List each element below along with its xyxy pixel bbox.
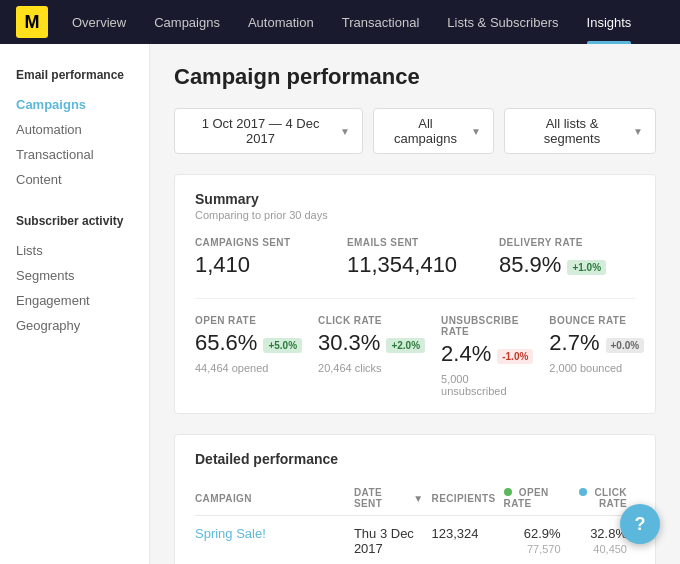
metric-click-rate-value-row: 30.3% +2.0% [318,330,425,360]
metric-delivery-rate-value: 85.9% [499,252,561,278]
metric-open-rate-label: OPEN RATE [195,315,302,326]
metric-bounce-rate-sub: 2,000 bounced [549,362,644,374]
metric-click-rate: CLICK RATE 30.3% +2.0% 20,464 clicks [318,315,425,397]
metric-unsubscribe-rate-sub: 5,000 unsubscribed [441,373,533,397]
metric-campaigns-sent: CAMPAIGNS SENT 1,410 [195,237,331,282]
bounce-rate-badge: +0.0% [606,338,645,353]
nav-lists-subscribers[interactable]: Lists & Subscribers [435,0,570,44]
logo: M [16,6,48,38]
sidebar: Email performance Campaigns Automation T… [0,44,150,564]
filters-row: 1 Oct 2017 — 4 Dec 2017 ▼ All campaigns … [174,108,656,154]
metric-delivery-rate: DELIVERY RATE 85.9% +1.0% [499,237,635,282]
nav-transactional[interactable]: Transactional [330,0,432,44]
sidebar-item-campaigns[interactable]: Campaigns [16,92,133,117]
campaign-filter[interactable]: All campaigns ▼ [373,108,494,154]
date-range-filter[interactable]: 1 Oct 2017 — 4 Dec 2017 ▼ [174,108,363,154]
metric-campaigns-sent-value: 1,410 [195,252,250,278]
nav-automation[interactable]: Automation [236,0,326,44]
metric-unsubscribe-rate-value-row: 2.4% -1.0% [441,341,533,371]
date-range-value: 1 Oct 2017 — 4 Dec 2017 [187,116,334,146]
open-rate-cell: 62.9%77,570 [504,516,569,565]
col-date-sent[interactable]: DATE SENT ▼ [354,481,432,516]
list-filter[interactable]: All lists & segments ▼ [504,108,656,154]
logo-letter: M [25,13,40,31]
campaign-filter-value: All campaigns [386,116,465,146]
sort-arrow-icon: ▼ [413,493,423,504]
col-campaign: CAMPAIGN [195,481,354,516]
metric-unsubscribe-rate: UNSUBSCRIBE RATE 2.4% -1.0% 5,000 unsubs… [441,315,533,397]
metric-bounce-rate: BOUNCE RATE 2.7% +0.0% 2,000 bounced [549,315,644,397]
click-rate-dot [579,488,587,496]
metric-bounce-rate-value: 2.7% [549,330,599,356]
nav-overview[interactable]: Overview [60,0,138,44]
summary-section: Summary Comparing to prior 30 days CAMPA… [174,174,656,414]
metric-bounce-rate-label: BOUNCE RATE [549,315,644,326]
delivery-rate-badge: +1.0% [567,260,606,275]
layout: Email performance Campaigns Automation T… [0,44,680,564]
sidebar-subscriber-activity-title: Subscriber activity [16,214,133,228]
page-title: Campaign performance [174,64,656,90]
help-button[interactable]: ? [620,504,660,544]
summary-subtitle: Comparing to prior 30 days [195,209,635,221]
click-rate-badge: +2.0% [386,338,425,353]
metric-emails-sent-value-row: 11,354,410 [347,252,483,282]
sidebar-item-transactional[interactable]: Transactional [16,142,133,167]
top-nav: M Overview Campaigns Automation Transact… [0,0,680,44]
sidebar-item-geography[interactable]: Geography [16,313,133,338]
metric-emails-sent-label: EMAILS SENT [347,237,483,248]
metric-open-rate-value-row: 65.6% +5.0% [195,330,302,360]
metric-delivery-rate-value-row: 85.9% +1.0% [499,252,635,282]
recipients-cell: 123,324 [432,516,504,565]
metric-emails-sent: EMAILS SENT 11,354,410 [347,237,483,282]
metric-open-rate-sub: 44,464 opened [195,362,302,374]
date-chevron-icon: ▼ [340,126,350,137]
detailed-section: Detailed performance CAMPAIGN DATE SENT … [174,434,656,564]
metric-campaigns-sent-label: CAMPAIGNS SENT [195,237,331,248]
metric-click-rate-value: 30.3% [318,330,380,356]
table-row: Spring Sale!Thu 3 Dec 2017123,32462.9%77… [195,516,635,565]
sidebar-item-content[interactable]: Content [16,167,133,192]
metric-click-rate-label: CLICK RATE [318,315,425,326]
campaign-link[interactable]: Spring Sale! [195,526,266,541]
col-recipients: RECIPIENTS [432,481,504,516]
metric-open-rate: OPEN RATE 65.6% +5.0% 44,464 opened [195,315,302,397]
campaign-chevron-icon: ▼ [471,126,481,137]
summary-title: Summary [195,191,635,207]
list-filter-value: All lists & segments [517,116,627,146]
open-rate-dot [504,488,512,496]
performance-table: CAMPAIGN DATE SENT ▼ RECIPIENTS OPEN RA [195,481,635,564]
summary-row2: OPEN RATE 65.6% +5.0% 44,464 opened CLIC… [195,315,635,397]
sidebar-item-automation[interactable]: Automation [16,117,133,142]
sidebar-divider [16,192,133,210]
nav-insights[interactable]: Insights [575,0,644,44]
summary-row1: CAMPAIGNS SENT 1,410 EMAILS SENT 11,354,… [195,237,635,299]
open-rate-badge: +5.0% [263,338,302,353]
metric-unsubscribe-rate-label: UNSUBSCRIBE RATE [441,315,533,337]
col-open-rate: OPEN RATE [504,481,569,516]
metric-click-rate-sub: 20,464 clicks [318,362,425,374]
metric-delivery-rate-label: DELIVERY RATE [499,237,635,248]
date-sent-cell: Thu 3 Dec 2017 [354,516,432,565]
campaign-name-cell: Spring Sale! [195,516,354,565]
detailed-title: Detailed performance [195,451,635,467]
metric-open-rate-value: 65.6% [195,330,257,356]
metric-emails-sent-value: 11,354,410 [347,252,457,278]
nav-campaigns[interactable]: Campaigns [142,0,232,44]
sidebar-item-segments[interactable]: Segments [16,263,133,288]
main-content: Campaign performance 1 Oct 2017 — 4 Dec … [150,44,680,564]
sidebar-item-engagement[interactable]: Engagement [16,288,133,313]
metric-campaigns-sent-value-row: 1,410 [195,252,331,282]
unsubscribe-rate-badge: -1.0% [497,349,533,364]
sidebar-email-perf-title: Email performance [16,68,133,82]
metric-unsubscribe-rate-value: 2.4% [441,341,491,367]
list-chevron-icon: ▼ [633,126,643,137]
sidebar-item-lists[interactable]: Lists [16,238,133,263]
metric-bounce-rate-value-row: 2.7% +0.0% [549,330,644,360]
